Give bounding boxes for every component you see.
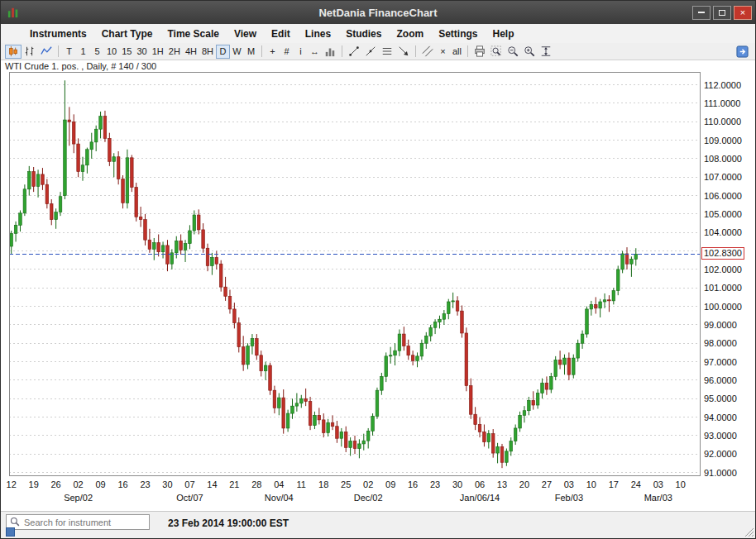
candle <box>456 296 459 315</box>
price-axis-label: 99.0000 <box>704 320 737 330</box>
crosshair-button[interactable]: + <box>266 45 280 59</box>
menu-time-scale[interactable]: Time Scale <box>160 28 226 40</box>
menu-chart-type[interactable]: Chart Type <box>94 28 160 40</box>
price-axis-label: 97.0000 <box>704 357 737 367</box>
zoom-out-button[interactable] <box>505 45 521 59</box>
price-axis-label: 105.0000 <box>704 209 742 219</box>
print-button[interactable] <box>471 45 488 59</box>
timescale-5m-button[interactable]: 5 <box>90 45 104 59</box>
candle <box>336 421 339 443</box>
candle <box>19 210 22 231</box>
time-axis-label: 27 <box>537 479 557 489</box>
zoom-area-button[interactable] <box>488 45 505 59</box>
candle <box>380 373 384 395</box>
time-axis-label: 06 <box>470 479 490 489</box>
zoom-in-button[interactable] <box>521 45 538 59</box>
minimize-button[interactable] <box>692 6 711 20</box>
time-axis-label: 12 <box>2 479 22 489</box>
candle <box>541 379 544 399</box>
candle <box>112 153 116 177</box>
ray-line-button[interactable] <box>362 45 379 59</box>
timescale-weekly-button[interactable]: W <box>230 45 244 59</box>
candle <box>166 240 170 271</box>
time-axis-label: 17 <box>604 479 624 489</box>
menu-edit[interactable]: Edit <box>264 28 298 40</box>
timescale-1h-button[interactable]: 1H <box>150 45 166 59</box>
menu-view[interactable]: View <box>227 28 264 40</box>
menu-settings[interactable]: Settings <box>431 28 485 40</box>
parallel-lines-button[interactable] <box>419 45 436 59</box>
candle <box>545 376 548 394</box>
time-axis-label: 24 <box>626 479 646 489</box>
close-button[interactable]: × <box>734 6 752 20</box>
candle <box>491 429 495 458</box>
time-axis-label: 30 <box>447 479 467 489</box>
candle <box>273 386 276 413</box>
price-axis-label: 91.0000 <box>704 468 737 478</box>
info-button[interactable]: i <box>294 45 308 59</box>
delete-all-button[interactable]: all <box>450 45 464 59</box>
month-axis-label: Dec/02 <box>339 493 397 503</box>
menu-instruments[interactable]: Instruments <box>22 28 94 40</box>
candle <box>563 355 567 375</box>
price-axis-label: 112.0000 <box>704 80 741 90</box>
candle <box>554 356 557 380</box>
panel-toggle-button[interactable] <box>734 45 751 59</box>
auto-scale-button[interactable] <box>538 45 554 59</box>
fibonacci-button[interactable] <box>379 45 395 59</box>
price-axis-label: 98.0000 <box>704 338 737 348</box>
candle <box>474 407 477 430</box>
trend-line-button[interactable] <box>346 45 362 59</box>
timescale-2h-button[interactable]: 2H <box>166 45 183 59</box>
resize-grip[interactable] <box>743 526 754 537</box>
candle <box>131 155 134 192</box>
menu-help[interactable]: Help <box>485 28 521 40</box>
grid-button[interactable]: # <box>280 45 294 59</box>
timescale-1m-button[interactable]: 1 <box>76 45 90 59</box>
price-axis-label: 104.0000 <box>704 227 742 237</box>
minimize-icon <box>698 12 705 13</box>
candlestick-chart-button[interactable] <box>5 45 22 59</box>
candle <box>55 208 58 229</box>
candle <box>407 340 410 360</box>
menu-studies[interactable]: Studies <box>338 28 389 40</box>
arrow-line-button[interactable] <box>395 45 412 59</box>
timescale-tick-button[interactable]: T <box>62 45 76 59</box>
line-chart-button[interactable] <box>38 45 55 59</box>
search-input[interactable] <box>22 517 146 528</box>
candle <box>108 133 112 166</box>
candle <box>608 295 611 312</box>
chart-plot[interactable] <box>9 72 701 476</box>
time-axis-label: 25 <box>336 479 356 489</box>
candle <box>371 413 375 436</box>
delete-study-button[interactable]: × <box>436 45 450 59</box>
maximize-button[interactable] <box>713 6 731 20</box>
candle <box>567 352 571 379</box>
title-bar[interactable]: NetDania FinanceChart × <box>1 1 755 24</box>
candle <box>461 305 464 337</box>
timescale-daily-button[interactable]: D <box>216 45 230 59</box>
timescale-4h-button[interactable]: 4H <box>183 45 199 59</box>
timescale-10m-button[interactable]: 10 <box>104 45 119 59</box>
timescale-30m-button[interactable]: 30 <box>135 45 150 59</box>
menu-lines[interactable]: Lines <box>298 28 338 40</box>
timescale-monthly-button[interactable]: M <box>244 45 258 59</box>
candle <box>139 207 142 227</box>
price-axis-label: 108.0000 <box>704 154 742 164</box>
volume-button[interactable] <box>322 45 338 59</box>
time-axis-label: 26 <box>46 479 66 489</box>
toolbar-separator <box>467 45 468 57</box>
ohlc-chart-button[interactable] <box>22 45 38 59</box>
scroll-arrows-button[interactable]: ↔ <box>308 45 322 59</box>
month-axis-label: Sep/02 <box>50 493 108 503</box>
instrument-search-box[interactable] <box>6 514 150 530</box>
candle <box>72 114 75 153</box>
candle <box>536 389 539 408</box>
menu-zoom[interactable]: Zoom <box>389 28 431 40</box>
candle <box>411 351 414 365</box>
candle <box>103 111 107 142</box>
timescale-15m-button[interactable]: 15 <box>119 45 134 59</box>
candle <box>433 319 437 334</box>
time-axis-label: 09 <box>380 479 400 489</box>
timescale-8h-button[interactable]: 8H <box>199 45 216 59</box>
